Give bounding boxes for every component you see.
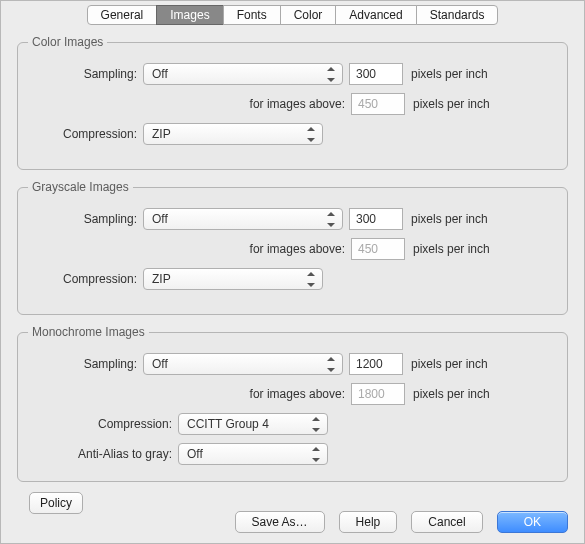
tab-bar: General Images Fonts Color Advanced Stan… bbox=[1, 5, 584, 25]
label-ppi: pixels per inch bbox=[413, 242, 490, 256]
group-grayscale-images-legend: Grayscale Images bbox=[28, 180, 133, 194]
updown-icon bbox=[309, 417, 323, 432]
mono-antialias-select[interactable]: Off bbox=[178, 443, 328, 465]
gray-compression-value: ZIP bbox=[152, 272, 171, 286]
cancel-button[interactable]: Cancel bbox=[411, 511, 482, 533]
tab-images[interactable]: Images bbox=[156, 5, 223, 25]
label-ppi: pixels per inch bbox=[413, 97, 490, 111]
mono-dpi-input[interactable]: 1200 bbox=[349, 353, 403, 375]
label-ppi: pixels per inch bbox=[413, 387, 490, 401]
color-compression-value: ZIP bbox=[152, 127, 171, 141]
tab-standards[interactable]: Standards bbox=[416, 5, 499, 25]
label-ppi: pixels per inch bbox=[411, 357, 488, 371]
updown-icon bbox=[324, 357, 338, 372]
label-for-images-above: for images above: bbox=[28, 387, 345, 401]
group-color-images-legend: Color Images bbox=[28, 35, 107, 49]
group-monochrome-images: Monochrome Images Sampling: Off 1200 pix… bbox=[17, 325, 568, 482]
tab-fonts[interactable]: Fonts bbox=[223, 5, 281, 25]
gray-sampling-value: Off bbox=[152, 212, 168, 226]
policy-button[interactable]: Policy bbox=[29, 492, 83, 514]
color-dpi-input[interactable]: 300 bbox=[349, 63, 403, 85]
dialog-button-bar: Save As… Help Cancel OK bbox=[235, 511, 568, 533]
tab-color[interactable]: Color bbox=[280, 5, 337, 25]
updown-icon bbox=[324, 212, 338, 227]
ok-button[interactable]: OK bbox=[497, 511, 568, 533]
label-ppi: pixels per inch bbox=[411, 67, 488, 81]
tab-general[interactable]: General bbox=[87, 5, 158, 25]
save-as-button[interactable]: Save As… bbox=[235, 511, 325, 533]
tab-content: Color Images Sampling: Off 300 pixels pe… bbox=[1, 25, 584, 528]
group-color-images: Color Images Sampling: Off 300 pixels pe… bbox=[17, 35, 568, 170]
group-grayscale-images: Grayscale Images Sampling: Off 300 pixel… bbox=[17, 180, 568, 315]
label-sampling: Sampling: bbox=[28, 212, 143, 226]
mono-compression-select[interactable]: CCITT Group 4 bbox=[178, 413, 328, 435]
gray-sampling-select[interactable]: Off bbox=[143, 208, 343, 230]
label-ppi: pixels per inch bbox=[411, 212, 488, 226]
updown-icon bbox=[309, 447, 323, 462]
label-sampling: Sampling: bbox=[28, 357, 143, 371]
tab-advanced[interactable]: Advanced bbox=[335, 5, 416, 25]
mono-antialias-value: Off bbox=[187, 447, 203, 461]
updown-icon bbox=[324, 67, 338, 82]
label-for-images-above: for images above: bbox=[28, 242, 345, 256]
label-compression: Compression: bbox=[28, 272, 143, 286]
label-for-images-above: for images above: bbox=[28, 97, 345, 111]
label-anti-alias: Anti-Alias to gray: bbox=[28, 447, 178, 461]
gray-above-dpi-input[interactable]: 450 bbox=[351, 238, 405, 260]
mono-sampling-select[interactable]: Off bbox=[143, 353, 343, 375]
dialog-window: General Images Fonts Color Advanced Stan… bbox=[0, 0, 585, 544]
mono-sampling-value: Off bbox=[152, 357, 168, 371]
updown-icon bbox=[304, 127, 318, 142]
gray-compression-select[interactable]: ZIP bbox=[143, 268, 323, 290]
help-button[interactable]: Help bbox=[339, 511, 398, 533]
color-compression-select[interactable]: ZIP bbox=[143, 123, 323, 145]
label-sampling: Sampling: bbox=[28, 67, 143, 81]
updown-icon bbox=[304, 272, 318, 287]
mono-compression-value: CCITT Group 4 bbox=[187, 417, 269, 431]
gray-dpi-input[interactable]: 300 bbox=[349, 208, 403, 230]
mono-above-dpi-input[interactable]: 1800 bbox=[351, 383, 405, 405]
color-sampling-select[interactable]: Off bbox=[143, 63, 343, 85]
color-sampling-value: Off bbox=[152, 67, 168, 81]
label-compression: Compression: bbox=[28, 127, 143, 141]
group-monochrome-images-legend: Monochrome Images bbox=[28, 325, 149, 339]
color-above-dpi-input[interactable]: 450 bbox=[351, 93, 405, 115]
label-compression: Compression: bbox=[28, 417, 178, 431]
